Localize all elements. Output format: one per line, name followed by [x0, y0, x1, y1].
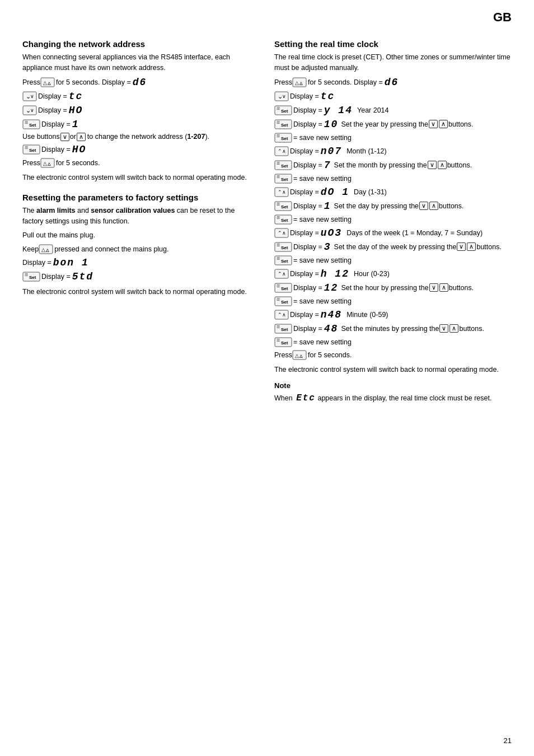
save-text-1: = save new setting	[293, 134, 352, 142]
svg-text:∧: ∧	[282, 230, 286, 236]
press-text-1: for 5 seconds. Display =	[56, 78, 131, 86]
clock-step-18: ⌃ ∧ Display = n48 Minute (0-59)	[274, 309, 512, 320]
set-display-text-reset: Display =	[41, 273, 71, 281]
svg-text:△: △	[295, 353, 299, 358]
svg-text:△: △	[43, 80, 47, 86]
reset-step1: Pull out the mains plug.	[22, 230, 257, 241]
display-val-clock-d6: d6	[385, 77, 399, 88]
display-val-clock-y14: y 14	[324, 105, 353, 116]
display-val-clock-u03: uO3	[321, 227, 342, 239]
set-min-text: Set the minutes by pressing the	[341, 325, 439, 333]
clock-step-21: Press △ △ for 5 seconds.	[274, 350, 512, 360]
set-icon-1: ☰ Set	[22, 119, 40, 129]
up-icon-clock-4: ⌃ ∧	[274, 269, 289, 279]
delta-icon-clock-2: △ △	[292, 350, 307, 360]
or-label: or	[70, 133, 76, 141]
clock-step-17: ☰ Set = save new setting	[274, 296, 512, 306]
clock-step-5: ☰ Set = save new setting	[274, 133, 512, 143]
reset-step2: Keep △ △ pressed and connect the mains p…	[22, 244, 257, 254]
display-val-clock-3: 3	[324, 241, 331, 253]
save-text-6: = save new setting	[293, 338, 352, 346]
display-prefix-bon: Display =	[22, 259, 51, 267]
svg-text:☰: ☰	[277, 120, 280, 124]
svg-text:☰: ☰	[25, 146, 28, 150]
svg-text:⌃: ⌃	[278, 271, 282, 277]
svg-text:△: △	[299, 354, 303, 358]
up-btn: ∧	[77, 133, 86, 141]
set-dow-text: Set the day of the week by pressing the	[334, 243, 457, 251]
display-val-clock-d01: dO 1	[321, 186, 349, 198]
reset-outro: The electronic control system will switc…	[22, 287, 257, 297]
clock-step-8: ☰ Set = save new setting	[274, 174, 512, 184]
up-display-text-1: Display =	[290, 147, 319, 155]
display-val-clock-12: 12	[324, 282, 339, 293]
clock-step-13: ☰ Set Display = 3 Set the day of the wee…	[274, 241, 512, 253]
svg-text:△: △	[47, 81, 51, 85]
main-content: Changing the network address When connec…	[22, 39, 512, 408]
set-icon-clock-7: ☰ Set	[274, 214, 292, 225]
reset-display-bon: Display = bon 1	[22, 257, 257, 268]
up-display-text-5: Display =	[290, 311, 319, 319]
svg-text:Set: Set	[281, 123, 288, 128]
reset-step-set: ☰ Set Display = 5td	[22, 271, 257, 282]
display-val-clock-1b: 1	[324, 200, 331, 212]
svg-text:Set: Set	[29, 123, 36, 128]
down-display-text-clock-1: Display =	[290, 92, 319, 100]
svg-text:△: △	[299, 81, 303, 85]
network-step-7: Press △ △ for 5 seconds.	[22, 158, 257, 168]
buttons-label-4: buttons.	[476, 243, 501, 251]
delta-icon-reset: △ △	[39, 244, 53, 254]
down-display-text-2: Display =	[38, 106, 67, 114]
section-title-network: Changing the network address	[22, 39, 257, 49]
clock-step-10: ☰ Set Display = 1 Set the day by pressin…	[274, 200, 512, 212]
svg-text:☰: ☰	[277, 175, 280, 179]
press-label-2: Press	[22, 159, 40, 167]
svg-text:Set: Set	[29, 148, 36, 153]
buttons-label-2: buttons.	[447, 161, 472, 169]
up-icon-clock-2: ⌃ ∧	[274, 187, 289, 197]
left-column: Changing the network address When connec…	[22, 39, 257, 408]
svg-text:☰: ☰	[277, 256, 280, 260]
svg-text:⌃: ⌃	[278, 189, 282, 195]
set-display-text-clock-10: Display =	[293, 284, 322, 292]
clock-step-20: ☰ Set = save new setting	[274, 337, 512, 347]
display-val-1-num: 1	[72, 119, 79, 130]
clock-step-2: ⌄ ∨ Display = tc	[274, 91, 512, 102]
display-val-bon: bon 1	[53, 257, 89, 268]
clock-step-12: ⌃ ∧ Display = uO3 Days of the week (1 = …	[274, 227, 512, 239]
note-text-content: appears in the display, the real time cl…	[317, 394, 491, 402]
keep-label: Keep	[22, 245, 39, 253]
down-btn-5: ∨	[457, 242, 466, 251]
svg-text:☰: ☰	[277, 161, 280, 165]
svg-text:☰: ☰	[277, 338, 280, 342]
set-display-text-2: Display =	[41, 146, 71, 153]
display-val-tc: tc	[69, 91, 83, 102]
section-title-reset: Resetting the parameters to factory sett…	[22, 193, 257, 202]
set-display-text-clock-4: Display =	[293, 161, 322, 169]
svg-text:⌃: ⌃	[278, 312, 282, 318]
delta-icon-clock-1: △ △	[292, 77, 307, 87]
up-display-text-4: Display =	[290, 270, 319, 278]
up-icon-clock-3: ⌃ ∧	[274, 228, 289, 238]
up-btn-5: ∧	[467, 242, 476, 251]
svg-text:△: △	[47, 162, 51, 166]
svg-text:Set: Set	[281, 259, 288, 264]
page: GB Changing the network address When con…	[0, 0, 534, 756]
display-val-clock-tc: tc	[321, 91, 335, 102]
down-btn-6: ∨	[429, 283, 438, 292]
clock-step-11: ☰ Set = save new setting	[274, 214, 512, 225]
clock-step-7: ☰ Set Display = 7 Set the month by press…	[274, 160, 512, 171]
set-icon-clock-4: ☰ Set	[274, 160, 292, 170]
reset-intro: The alarm limits and sensor calibration …	[22, 206, 257, 227]
up-btn-6: ∧	[439, 283, 448, 292]
set-display-text-1: Display =	[41, 120, 71, 128]
svg-text:Set: Set	[281, 218, 288, 223]
display-val-clock-48: 48	[324, 323, 339, 334]
svg-text:☰: ☰	[277, 325, 280, 329]
up-btn-3: ∧	[438, 161, 447, 169]
network-step-3: ⌄ ∨ Display = HO	[22, 105, 257, 116]
display-val-clock-n48: n48	[321, 309, 342, 320]
down-arrow-icon-2: ⌄ ∨	[22, 105, 37, 115]
clock-step-1: Press △ △ for 5 seconds. Display = d6	[274, 77, 512, 88]
set-display-text-clock-12: Display =	[293, 325, 322, 333]
